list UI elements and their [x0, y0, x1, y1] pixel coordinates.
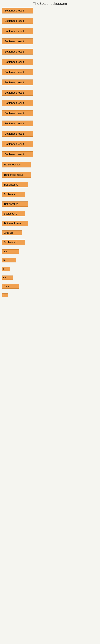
bottleneck-item: Bottleneck s [2, 211, 98, 216]
bottleneck-badge[interactable]: Bottleneck result [2, 120, 33, 126]
bottleneck-item: Bottleneck re [2, 202, 98, 207]
bottleneck-badge[interactable]: Bottleneck result [2, 100, 33, 106]
content-area: Bottleneck resultBottleneck resultBottle… [0, 7, 100, 342]
bottleneck-badge[interactable]: Bottleneck result [2, 80, 33, 85]
bottleneck-badge[interactable]: Bottleneck result [2, 38, 33, 44]
bottleneck-badge[interactable]: Bottleneck result [2, 131, 33, 137]
bottleneck-item: Bottleneck result [2, 90, 98, 96]
bottleneck-badge[interactable]: Bottleneck result [2, 141, 33, 147]
bottleneck-badge[interactable]: Bottleneck result [2, 18, 33, 24]
bottleneck-badge[interactable]: Bottleneck result [2, 172, 31, 178]
bottleneck-badge[interactable]: Bot [2, 258, 16, 262]
bottleneck-badge[interactable]: Bottleneck re [2, 202, 28, 207]
bottleneck-badge[interactable]: Bottleneck result [2, 90, 33, 96]
bottleneck-item: B [2, 293, 98, 297]
bottleneck-item: Bottleneck result [2, 131, 98, 137]
bottleneck-item: Bottleneck result [2, 49, 98, 54]
bottleneck-item: Bot [2, 258, 98, 262]
bottleneck-item: Bottleneck result [2, 38, 98, 44]
bottleneck-badge[interactable]: Bottlenec [2, 230, 22, 235]
bottleneck-item: Bottleneck re [2, 182, 98, 187]
bottleneck-item: Bottleneck result [2, 172, 98, 178]
bottleneck-badge[interactable]: Bottleneck result [2, 49, 33, 54]
site-title: TheBottlenecker.com [0, 0, 100, 7]
bottleneck-badge[interactable]: Bottleneck res [2, 162, 31, 168]
bottleneck-item: Bottleneck result [2, 8, 98, 14]
bottleneck-badge[interactable]: Bottleneck result [2, 59, 33, 65]
bottleneck-badge[interactable]: Bottleneck re [2, 182, 28, 187]
bottleneck-badge[interactable]: Bottleneck s [2, 211, 25, 216]
bottleneck-item: Bottleneck result [2, 69, 98, 75]
bottleneck-item: Bottleneck result [2, 80, 98, 85]
bottleneck-badge[interactable]: Bottleneck r [2, 240, 25, 245]
bottleneck-item: Bottl [2, 249, 98, 254]
bottleneck-item: Bottle [2, 284, 98, 288]
bottleneck-item: Bottleneck result [2, 110, 98, 116]
bottleneck-item: Bottleneck [2, 192, 98, 197]
bottleneck-item: Bottleneck result [2, 100, 98, 106]
bottleneck-item: B [2, 267, 98, 271]
bottleneck-item: Bottleneck result [2, 59, 98, 65]
bottleneck-item: Bottleneck result [2, 141, 98, 147]
bottleneck-badge[interactable]: B [2, 267, 10, 271]
bottleneck-item: Bo [2, 276, 98, 280]
empty-section [2, 302, 98, 342]
bottleneck-item: Bottleneck result [2, 18, 98, 24]
bottleneck-badge[interactable]: Bottle [2, 284, 19, 288]
bottleneck-item: Bottlenec [2, 230, 98, 235]
bottleneck-badge[interactable]: B [2, 294, 8, 297]
bottleneck-item: Bottleneck result [2, 151, 98, 157]
bottleneck-badge[interactable]: Bottleneck resu [2, 221, 28, 226]
bottleneck-item: Bottleneck res [2, 162, 98, 168]
bottleneck-item: Bottleneck result [2, 120, 98, 126]
bottleneck-badge[interactable]: Bottleneck result [2, 28, 33, 34]
bottleneck-badge[interactable]: Bottleneck [2, 192, 25, 197]
bottleneck-badge[interactable]: Bo [2, 276, 13, 280]
bottleneck-item: Bottleneck result [2, 28, 98, 34]
bottleneck-item: Bottleneck r [2, 240, 98, 245]
bottleneck-item: Bottleneck resu [2, 221, 98, 226]
bottleneck-badge[interactable]: Bottleneck result [2, 110, 33, 116]
bottleneck-badge[interactable]: Bottleneck result [2, 151, 33, 157]
bottleneck-badge[interactable]: Bottleneck result [2, 69, 33, 75]
bottleneck-badge[interactable]: Bottl [2, 249, 19, 254]
bottleneck-badge[interactable]: Bottleneck result [2, 8, 33, 14]
